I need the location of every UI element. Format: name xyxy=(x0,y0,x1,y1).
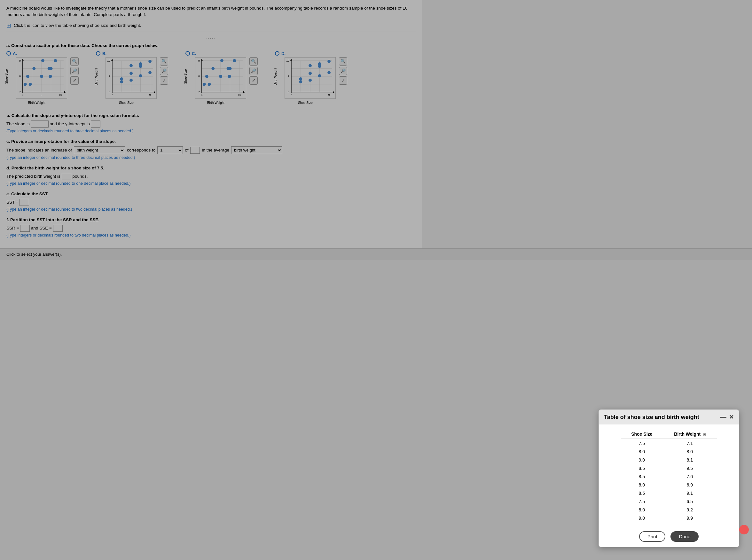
modal-overlay[interactable] xyxy=(0,0,752,260)
